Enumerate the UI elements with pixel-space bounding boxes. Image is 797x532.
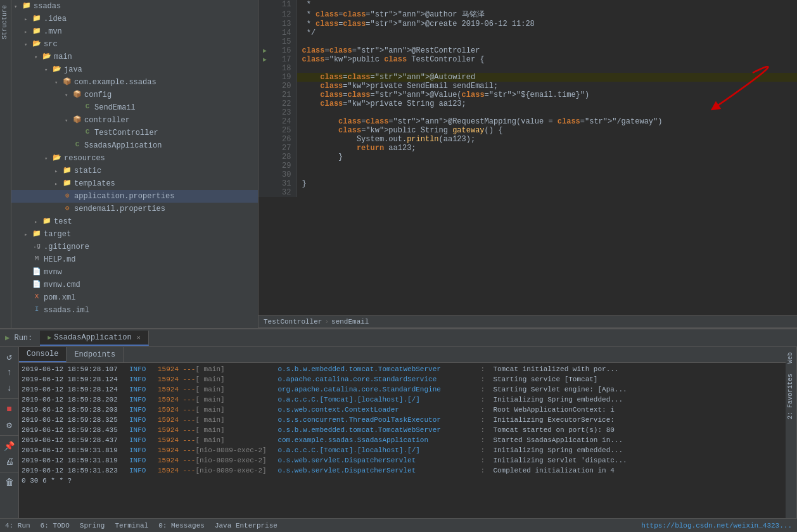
code-line-13: 13 * class=class="str">"ann">@create 201… (258, 20, 797, 28)
bottom-tools: ↺ ↑ ↓ ■ ⚙ 📌 🖨 🗑 (0, 347, 19, 518)
gutter-32 (258, 188, 271, 197)
scroll-down-btn[interactable]: ↓ (3, 381, 16, 395)
log-part: com.example.ssadas.SsadasApplication (277, 435, 480, 445)
log-part: : (480, 455, 493, 466)
line-num-28: 28 (271, 153, 296, 162)
line-content-11: * (296, 0, 797, 9)
line-num-13: 13 (271, 20, 296, 28)
line-num-14: 14 (271, 28, 296, 37)
tree-item-main[interactable]: ▾📂main (11, 51, 258, 63)
log-part: : (480, 445, 493, 455)
tree-item-src[interactable]: ▾📂src (11, 38, 258, 51)
clear-btn[interactable]: 🗑 (3, 476, 16, 490)
log-line: 0 30 6 * * ? (19, 476, 786, 486)
tree-item-TestController[interactable]: CTestController (11, 127, 258, 139)
tree-item-java[interactable]: ▾📂java (11, 63, 258, 76)
footer-item-4[interactable]: 0: Messages (158, 522, 205, 529)
footer-url[interactable]: https://blog.csdn.net/weixin_4323... (641, 522, 792, 529)
code-line-28: 28 } (258, 153, 797, 162)
tree-arrow-controller: ▾ (65, 117, 72, 124)
footer-item-0[interactable]: 4: Run (5, 522, 30, 529)
line-num-20: 20 (271, 82, 296, 91)
favorites-tab[interactable]: 2: Favorites (786, 369, 796, 424)
gutter-12 (258, 9, 271, 20)
web-tab[interactable]: Web (786, 347, 796, 369)
gutter-13 (258, 20, 271, 28)
tree-item-config[interactable]: ▾📦config (11, 89, 258, 101)
tree-item-mvnw[interactable]: 📄mvnw (11, 266, 258, 279)
gutter-30 (258, 170, 271, 179)
line-content-18 (296, 64, 797, 73)
log-part: o.s.s.concurrent.ThreadPoolTaskExecutor (277, 415, 480, 425)
log-part: 2019-06-12 18:59:28.202 (22, 395, 129, 405)
tree-item-mvnw.cmd[interactable]: 📄mvnw.cmd (11, 279, 258, 291)
log-part: INFO (129, 466, 158, 476)
tree-item-templates[interactable]: ▸📁templates (11, 177, 258, 190)
line-num-21: 21 (271, 91, 296, 99)
log-part: 2019-06-12 18:59:28.203 (22, 405, 129, 415)
console-area[interactable]: 2019-06-12 18:59:28.107 INFO 15924 --- [… (19, 363, 786, 518)
tree-item-pom.xml[interactable]: Xpom.xml (11, 291, 258, 304)
code-line-24: 24 class=class="str">"ann">@RequestMappi… (258, 117, 797, 126)
log-part: [nio-8089-exec-2] (195, 466, 277, 476)
tree-arrow-static: ▸ (54, 168, 62, 175)
log-part: 15924 --- (158, 364, 195, 374)
tree-item-mvn[interactable]: ▸📁.mvn (11, 25, 258, 38)
tree-arrow-main: ▾ (34, 54, 42, 61)
log-part: : (480, 395, 493, 405)
run-tab-close[interactable]: ✕ (137, 334, 141, 341)
tree-item-static[interactable]: ▸📁static (11, 165, 258, 177)
log-part: o.s.web.servlet.DispatcherServlet (277, 466, 480, 476)
gutter-14 (258, 28, 271, 37)
tree-item-ssadas.iml[interactable]: Issadas.iml (11, 304, 258, 317)
tree-item-application.properties[interactable]: ⚙application.properties (11, 190, 258, 203)
run-app-tab[interactable]: ▶ SsadasApplication ✕ (40, 331, 148, 346)
tree-item-sendemail.properties[interactable]: ⚙sendemail.properties (11, 203, 258, 215)
log-part: Tomcat initialized with por... (493, 364, 618, 374)
log-part: INFO (129, 395, 158, 405)
tree-item-resources[interactable]: ▾📂resources (11, 152, 258, 165)
line-content-17: class="kw">public class TestController { (296, 55, 797, 64)
tree-item-com.example.ssadas[interactable]: ▾📦com.example.ssadas (11, 76, 258, 89)
tree-item-HELP.md[interactable]: MHELP.md (11, 253, 258, 266)
tree-item-test[interactable]: ▸📁test (11, 215, 258, 228)
log-part: 15924 --- (158, 374, 195, 384)
tree-item-idea[interactable]: ▸📁.idea (11, 13, 258, 25)
footer-item-3[interactable]: Terminal (115, 522, 148, 529)
code-line-26: 26 System.out.println(aa123); (258, 135, 797, 144)
print-btn[interactable]: 🖨 (3, 455, 16, 469)
log-part: o.s.b.w.embedded.tomcat.TomcatWebServer (277, 425, 480, 435)
code-line-18: 18 (258, 64, 797, 73)
line-num-23: 23 (271, 108, 296, 117)
structure-tab[interactable]: Structure (0, 0, 11, 44)
stop-btn[interactable]: ■ (3, 402, 16, 416)
breadcrumb-item-2[interactable]: sendEmail (331, 318, 369, 326)
tree-item-SendEmail[interactable]: CSendEmail (11, 101, 258, 114)
console-tab-endpoints[interactable]: Endpoints (67, 347, 124, 362)
pin-btn[interactable]: 📌 (3, 439, 16, 453)
console-tab-console[interactable]: Console (19, 347, 67, 362)
log-line: 2019-06-12 18:59:28.435 INFO 15924 --- [… (19, 425, 786, 435)
log-part: 2019-06-12 18:59:28.124 (22, 384, 129, 395)
code-line-29: 29 (258, 162, 797, 170)
log-line: 2019-06-12 18:59:28.107 INFO 15924 --- [… (19, 364, 786, 374)
restart-btn[interactable]: ↺ (3, 350, 16, 364)
log-part: 15924 --- (158, 455, 195, 466)
code-view[interactable]: 11 * 12 * class=class="str">"ann">@autho… (258, 0, 797, 315)
footer-item-5[interactable]: Java Enterprise (215, 522, 277, 529)
tree-item-target[interactable]: ▸📁target (11, 228, 258, 241)
footer-item-2[interactable]: Spring (80, 522, 105, 529)
footer-item-1[interactable]: 6: TODO (41, 522, 70, 529)
tree-item-controller[interactable]: ▾📦controller (11, 114, 258, 127)
tree-item-ssadas[interactable]: ▾📁ssadas (11, 0, 258, 13)
settings-btn2[interactable]: ⚙ (3, 418, 16, 432)
line-content-12: * class=class="str">"ann">@author 马铭泽 (296, 9, 797, 20)
tree-item-.gitignore[interactable]: .g.gitignore (11, 241, 258, 253)
tree-item-SsadasApplication[interactable]: CSsadasApplication (11, 139, 258, 152)
tree-label-ssadas.iml: ssadas.iml (44, 306, 89, 315)
breadcrumb-item-1[interactable]: TestController (264, 318, 322, 326)
gutter-23 (258, 108, 271, 117)
scroll-up-btn[interactable]: ↑ (3, 365, 16, 379)
gutter-31 (258, 179, 271, 188)
tree-icon-HELP.md: M (32, 255, 42, 265)
